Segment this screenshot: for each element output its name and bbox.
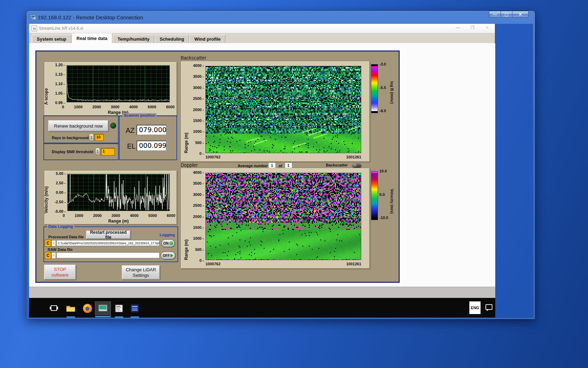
velocity-y-ticks: 5.002.500.00-2.50-5.00 [50, 171, 66, 213]
backscatter-colorbar-ticks: -3.0-5.5-8.0 [379, 62, 386, 113]
tick-label: 3000 [112, 213, 120, 218]
doppler-graph: Range (m) 400035003000250020001500100050… [181, 168, 370, 269]
tab-scheduling[interactable]: Scheduling [155, 35, 189, 43]
language-indicator[interactable]: ENG [469, 301, 481, 314]
task-view-button[interactable] [46, 301, 62, 315]
notification-icon[interactable] [485, 304, 492, 310]
rdp-window-title: 192.168.0.122 - Remote Desktop Connectio… [38, 14, 143, 20]
vi-restore-button[interactable]: ❐ [470, 25, 475, 30]
tick-label: 1.15 [55, 72, 65, 76]
ascope-x-ticks: 0100020003000400050006000 [62, 105, 175, 109]
processed-browse-icon[interactable]: ⌸ [51, 240, 56, 246]
ascope-y-axis-label: A-scope [44, 66, 49, 105]
processed-drive-box[interactable]: C [45, 240, 51, 247]
on-led [169, 241, 173, 245]
doppler-x-start: 1000762 [205, 262, 220, 266]
renew-background-button[interactable]: Renew background now [48, 120, 108, 131]
tick-label: 5000 [148, 105, 156, 109]
el-label: EL [127, 142, 135, 150]
processed-logging-on-toggle[interactable]: ON [161, 239, 175, 247]
running-indicator [115, 316, 123, 318]
change-lidar-line2: Settings [133, 273, 149, 278]
minimize-button[interactable]: — [489, 11, 500, 18]
backscatter-x-end: 1001261 [333, 155, 361, 159]
raw-data-file-label: RAW Data file [48, 247, 73, 252]
tick-label: 3000 [193, 192, 204, 197]
vi-window-title: StreamLine XR v14-6.vi [39, 26, 83, 31]
change-lidar-settings-button[interactable]: Change LiDAR Settings [122, 265, 160, 280]
vi-window: StreamLine XR v14-6.vi — ❐ ✕ System setu… [29, 24, 495, 298]
tick-label: 2000 [93, 213, 102, 218]
tick-label: 1000 [74, 105, 82, 109]
raw-browse-icon[interactable]: ⌸ [51, 252, 56, 259]
scan-sched-button[interactable] [111, 301, 127, 315]
running-indicator [95, 316, 111, 317]
processed-path-field[interactable]: C:\Lidar\Data\Proc\2023\202309\20230914\… [56, 240, 160, 246]
backscatter-toggle-label: Backscatter [326, 163, 348, 167]
active-app-button[interactable] [95, 301, 111, 315]
tab-real-time-data[interactable]: Real time data [72, 33, 112, 43]
firefox-button[interactable] [79, 301, 96, 315]
tick-label: -8.0 [379, 109, 386, 113]
vi-window-controls: — ❐ ✕ [455, 25, 490, 30]
off-label: OFF [163, 254, 170, 258]
main-panel: A-scope 1.201.151.101.050.99 01000200030… [35, 50, 400, 283]
vi-minimize-button[interactable]: — [455, 25, 461, 30]
tick-label: -3.0 [379, 62, 386, 66]
rays-spinner[interactable]: ▲▼ [89, 134, 94, 141]
tick-label: 10.0 [379, 169, 388, 173]
blue-app-button[interactable] [127, 301, 143, 315]
stop-line2: software [51, 272, 69, 278]
scanner-position-group: Scanner position AZ 079.000 EL 000.099 [119, 115, 177, 160]
stop-software-button[interactable]: STOP software [44, 265, 76, 280]
rays-value-field[interactable]: 10 [94, 134, 104, 141]
change-lidar-line1: Change LiDAR [126, 267, 156, 273]
doppler-colorbar-label: Velocity (m/s) [390, 178, 394, 224]
streamline-app-icon [98, 304, 108, 313]
tab-temp-humidity[interactable]: Temp/humidity [113, 35, 154, 43]
tick-label: -5.00 [55, 209, 66, 213]
vi-close-button[interactable]: ✕ [484, 25, 490, 30]
task-view-icon [49, 304, 58, 313]
snr-value-field[interactable]: 1 [101, 148, 115, 156]
ascope-graph: A-scope 1.201.151.101.050.99 01000200030… [44, 62, 177, 116]
tick-label: 1500 [193, 118, 204, 123]
tab-wind-profile[interactable]: Wind profile [189, 35, 225, 43]
tick-label: 4000 [193, 63, 204, 68]
raw-path-field[interactable] [56, 252, 160, 258]
folder-icon [66, 304, 76, 313]
vi-titlebar[interactable]: StreamLine XR v14-6.vi — ❐ ✕ [29, 24, 495, 33]
on-label: ON [163, 241, 169, 245]
tab-strip: System setup Real time data Temp/humidit… [29, 33, 495, 43]
tick-label: 3500 [193, 181, 204, 185]
rdp-window: 192.168.0.122 - Remote Desktop Connectio… [26, 11, 535, 319]
backscatter-heatmap-canvas [206, 66, 361, 153]
file-explorer-button[interactable] [63, 301, 79, 315]
tab-system-setup[interactable]: System setup [32, 35, 71, 43]
tick-label: 6000 [167, 213, 175, 218]
restart-processed-file-button[interactable]: Restart processed file [86, 231, 131, 239]
blue-app-icon [131, 304, 139, 313]
backscatter-colorbar-label: log B (/m/sr) [390, 70, 394, 115]
snr-spinner[interactable]: ▲▼ [95, 148, 100, 155]
raw-drive-box[interactable]: C [45, 252, 51, 259]
tick-label: 3000 [193, 86, 204, 90]
rdp-titlebar[interactable]: 192.168.0.122 - Remote Desktop Connectio… [27, 11, 535, 24]
desktop: 192.168.0.122 - Remote Desktop Connectio… [0, 0, 588, 368]
doppler-title: Doppler [181, 162, 198, 168]
ascope-y-ticks: 1.201.151.101.050.99 [49, 63, 65, 105]
ascope-trace-canvas [67, 66, 169, 102]
remote-desktop-icon [30, 14, 36, 20]
backscatter-toggle[interactable] [352, 163, 361, 168]
maximize-button[interactable]: ▢ [500, 11, 512, 18]
raw-logging-off-toggle[interactable]: OFF [161, 252, 175, 259]
tick-label: -2.50 [55, 200, 66, 204]
off-arrow-icon [170, 254, 173, 257]
close-button[interactable]: ✕ [512, 11, 528, 18]
doppler-heatmap-canvas [206, 173, 361, 260]
logging-label: Logging [160, 233, 175, 237]
doppler-x-end: 1001261 [333, 262, 361, 266]
velocity-x-axis-label: Range (m) [67, 219, 170, 224]
tick-label: 1000 [193, 236, 204, 240]
tick-label: 2500 [193, 203, 204, 207]
